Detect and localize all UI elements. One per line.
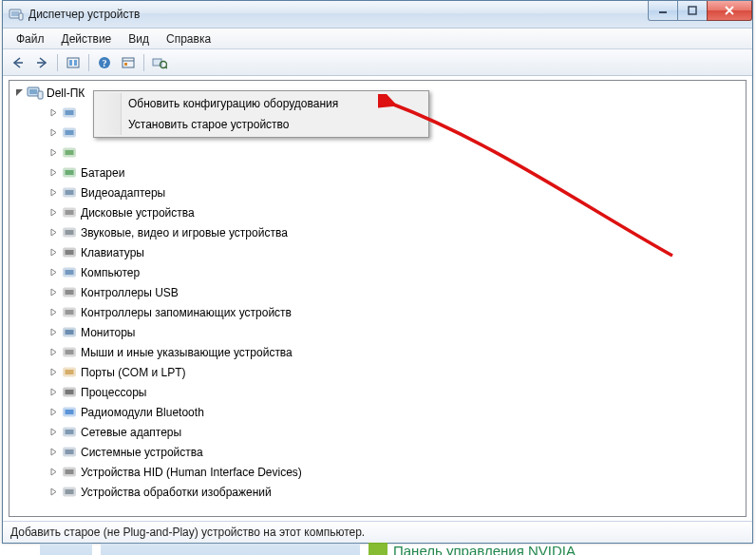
device-category-icon xyxy=(61,405,78,420)
expand-icon[interactable] xyxy=(47,467,59,478)
device-category-icon xyxy=(61,365,78,380)
statusbar-text: Добавить старое (не Plug-and-Play) устро… xyxy=(10,526,365,539)
expand-icon[interactable] xyxy=(47,307,59,318)
properties-button[interactable] xyxy=(117,51,140,74)
tree-item[interactable]: Дисковые устройства xyxy=(9,202,746,222)
expand-icon[interactable] xyxy=(47,487,59,498)
context-menu-item-add-legacy[interactable]: Установить старое устройство xyxy=(96,114,426,135)
scan-hardware-button[interactable] xyxy=(148,51,171,74)
svg-line-15 xyxy=(165,67,167,68)
expand-icon[interactable] xyxy=(47,207,59,219)
tree-item[interactable]: Системные устройства xyxy=(9,442,746,462)
nav-forward-button[interactable] xyxy=(30,51,53,74)
expand-icon[interactable] xyxy=(47,367,59,378)
device-category-icon xyxy=(61,485,78,500)
tree-item-label: Видеоадаптеры xyxy=(81,183,165,202)
expand-icon[interactable] xyxy=(47,227,59,239)
tree-item-label: Устройства обработки изображений xyxy=(81,483,272,502)
device-category-icon xyxy=(61,325,78,340)
svg-rect-52 xyxy=(66,430,74,434)
tree-item[interactable]: Звуковые, видео и игровые устройства xyxy=(9,222,746,242)
svg-rect-54 xyxy=(66,450,74,454)
tree-item[interactable]: Компьютер xyxy=(9,262,746,282)
desktop-behind-window: Панель управления NVIDIA xyxy=(0,543,756,555)
device-tree-pane[interactable]: Dell-ПКБатареиВидеоадаптерыДисковые устр… xyxy=(9,80,747,517)
toolbar-separator xyxy=(57,54,58,71)
expand-icon[interactable] xyxy=(47,447,59,458)
expand-icon[interactable] xyxy=(47,327,59,338)
titlebar[interactable]: Диспетчер устройств xyxy=(3,1,752,29)
device-category-icon xyxy=(61,145,78,161)
tree-item[interactable]: Мыши и иные указывающие устройства xyxy=(9,342,746,362)
tree-item[interactable]: Контроллеры USB xyxy=(9,282,746,302)
tree-item-label: Сетевые адаптеры xyxy=(81,423,181,442)
svg-rect-7 xyxy=(74,60,77,66)
tree-item-label: Дисковые устройства xyxy=(81,203,195,222)
tree-item[interactable]: Процессоры xyxy=(9,382,746,402)
svg-rect-18 xyxy=(38,91,43,99)
tree-root-label: Dell-ПК xyxy=(47,84,85,103)
context-menu-item-scan-hardware[interactable]: Обновить конфигурацию оборудования xyxy=(96,93,426,114)
taskbar-fragment xyxy=(40,543,92,555)
tree-item-label: Компьютер xyxy=(81,263,140,282)
expand-icon[interactable] xyxy=(47,347,59,358)
expand-icon[interactable] xyxy=(47,387,59,398)
expand-icon[interactable] xyxy=(47,127,59,139)
tree-item[interactable]: Сетевые адаптеры xyxy=(9,422,746,442)
device-manager-window: Диспетчер устройств Файл Действие Вид Сп… xyxy=(2,0,753,544)
tree-item[interactable]: Радиомодули Bluetooth xyxy=(9,402,746,422)
toolbar-separator xyxy=(88,54,89,71)
menu-view[interactable]: Вид xyxy=(121,30,157,48)
expand-icon[interactable] xyxy=(47,247,59,258)
svg-rect-48 xyxy=(66,390,74,394)
minimize-button[interactable] xyxy=(648,1,678,21)
toolbar-separator xyxy=(143,54,144,71)
svg-text:?: ? xyxy=(103,58,107,68)
svg-rect-5 xyxy=(67,58,79,67)
expand-icon[interactable] xyxy=(47,427,59,438)
expand-icon[interactable] xyxy=(47,147,59,159)
tree-item[interactable]: Мониторы xyxy=(9,322,746,342)
nvidia-control-panel-link[interactable]: Панель управления NVIDIA xyxy=(369,543,576,555)
svg-rect-56 xyxy=(66,469,74,474)
computer-icon xyxy=(27,86,44,101)
expand-icon[interactable] xyxy=(47,407,59,418)
tree-item-label: Системные устройства xyxy=(81,443,203,462)
close-button[interactable] xyxy=(707,1,752,21)
menu-file[interactable]: Файл xyxy=(9,30,52,48)
svg-rect-20 xyxy=(66,110,74,115)
device-category-icon xyxy=(61,245,78,260)
menu-action[interactable]: Действие xyxy=(54,30,120,48)
expand-icon[interactable] xyxy=(47,287,59,298)
expand-icon[interactable] xyxy=(47,267,59,278)
svg-rect-58 xyxy=(66,489,74,494)
tree-item[interactable] xyxy=(9,143,746,163)
tree-item[interactable]: Устройства HID (Human Interface Devices) xyxy=(9,462,746,482)
content-area: Dell-ПКБатареиВидеоадаптерыДисковые устр… xyxy=(3,76,752,521)
tree-item[interactable]: Контроллеры запоминающих устройств xyxy=(9,302,746,322)
device-category-icon xyxy=(61,165,78,181)
tree-item-label: Клавиатуры xyxy=(81,243,144,262)
tree-item[interactable]: Клавиатуры xyxy=(9,242,746,262)
device-category-icon xyxy=(61,445,78,460)
window-buttons xyxy=(649,1,752,20)
svg-rect-4 xyxy=(689,7,696,14)
tree-item[interactable]: Устройства обработки изображений xyxy=(9,482,746,502)
expand-icon[interactable] xyxy=(47,187,59,199)
tree-item[interactable]: Видеоадаптеры xyxy=(9,182,746,202)
statusbar: Добавить старое (не Plug-and-Play) устро… xyxy=(3,521,752,543)
tree-item[interactable]: Порты (COM и LPT) xyxy=(9,362,746,382)
show-hidden-button[interactable] xyxy=(62,51,85,74)
menu-help[interactable]: Справка xyxy=(159,30,218,48)
nav-back-button[interactable] xyxy=(7,51,29,74)
device-category-icon xyxy=(61,285,78,300)
device-category-icon xyxy=(61,305,78,320)
nvidia-logo-icon xyxy=(369,543,387,555)
collapse-icon[interactable] xyxy=(13,87,25,99)
svg-rect-2 xyxy=(19,13,23,20)
tree-item[interactable]: Батареи xyxy=(9,163,746,182)
maximize-button[interactable] xyxy=(677,1,708,21)
expand-icon[interactable] xyxy=(47,167,59,179)
expand-icon[interactable] xyxy=(47,107,59,119)
help-button[interactable]: ? xyxy=(93,51,116,74)
